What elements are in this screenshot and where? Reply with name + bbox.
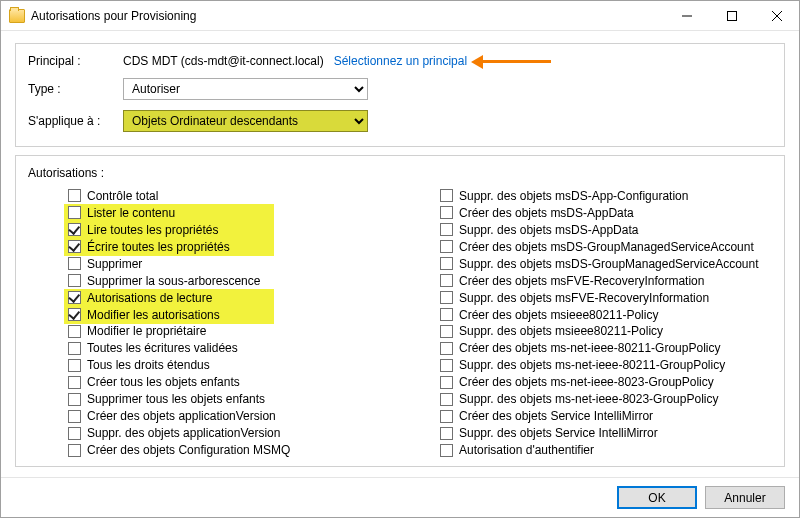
- permission-row: Supprimer: [68, 256, 400, 272]
- permission-row: Créer des objets applicationVersion: [68, 408, 400, 424]
- window-title: Autorisations pour Provisioning: [31, 9, 664, 23]
- principal-value: CDS MDT (cds-mdt@it-connect.local): [123, 54, 324, 68]
- permission-label: Créer des objets ms-net-ieee-80211-Group…: [459, 341, 720, 355]
- permission-checkbox[interactable]: [68, 376, 81, 389]
- permissions-panel: Autorisations : Contrôle totalLister le …: [15, 155, 785, 467]
- applies-to-select[interactable]: Objets Ordinateur descendants: [123, 110, 368, 132]
- ok-button[interactable]: OK: [617, 486, 697, 509]
- permission-row: Lire toutes les propriétés: [68, 222, 400, 238]
- permission-label: Autorisations de lecture: [87, 291, 212, 305]
- select-principal-link[interactable]: Sélectionnez un principal: [334, 54, 467, 68]
- cancel-button[interactable]: Annuler: [705, 486, 785, 509]
- permission-label: Suppr. des objets msDS-GroupManagedServi…: [459, 257, 759, 271]
- permission-row: Créer des objets msFVE-RecoveryInformati…: [440, 273, 772, 289]
- close-button[interactable]: [754, 1, 799, 30]
- permission-label: Lister le contenu: [87, 206, 175, 220]
- permission-row: Créer des objets msieee80211-Policy: [440, 307, 772, 323]
- permission-checkbox[interactable]: [68, 342, 81, 355]
- permission-row: Créer des objets ms-net-ieee-80211-Group…: [440, 340, 772, 356]
- permission-row: Contrôle total: [68, 188, 400, 204]
- permission-checkbox[interactable]: [68, 359, 81, 372]
- permission-row: Suppr. des objets msDS-GroupManagedServi…: [440, 256, 772, 272]
- permission-checkbox[interactable]: [68, 325, 81, 338]
- permission-row: Modifier le propriétaire: [68, 324, 400, 340]
- content-area: Principal : CDS MDT (cds-mdt@it-connect.…: [1, 31, 799, 477]
- permission-checkbox[interactable]: [68, 444, 81, 457]
- permission-row: Suppr. des objets msDS-AppData: [440, 222, 772, 238]
- permission-checkbox[interactable]: [68, 189, 81, 202]
- permission-checkbox[interactable]: [440, 240, 453, 253]
- permissions-columns: Contrôle totalLister le contenuLire tout…: [28, 188, 772, 458]
- permission-row: Suppr. des objets ms-net-ieee-8023-Group…: [440, 391, 772, 407]
- permission-row: Toutes les écritures validées: [68, 340, 400, 356]
- permission-checkbox[interactable]: [68, 257, 81, 270]
- principal-row: CDS MDT (cds-mdt@it-connect.local) Sélec…: [123, 54, 772, 68]
- permission-checkbox[interactable]: [68, 274, 81, 287]
- permission-checkbox[interactable]: [440, 257, 453, 270]
- permission-checkbox[interactable]: [440, 189, 453, 202]
- type-select[interactable]: Autoriser: [123, 78, 368, 100]
- permission-label: Suppr. des objets msFVE-RecoveryInformat…: [459, 291, 709, 305]
- permission-label: Créer des objets applicationVersion: [87, 409, 276, 423]
- permission-checkbox[interactable]: [68, 393, 81, 406]
- permission-label: Suppr. des objets applicationVersion: [87, 426, 280, 440]
- permission-row: Lister le contenu: [68, 205, 400, 221]
- permission-row: Supprimer la sous-arborescence: [68, 273, 400, 289]
- permission-row: Créer des objets msDS-AppData: [440, 205, 772, 221]
- permission-checkbox[interactable]: [68, 291, 81, 304]
- permission-checkbox[interactable]: [440, 206, 453, 219]
- permission-label: Créer des objets msDS-GroupManagedServic…: [459, 240, 754, 254]
- permission-checkbox[interactable]: [440, 325, 453, 338]
- permission-label: Suppr. des objets ms-net-ieee-80211-Grou…: [459, 358, 725, 372]
- permissions-col-left: Contrôle totalLister le contenuLire tout…: [28, 188, 400, 458]
- maximize-button[interactable]: [709, 1, 754, 30]
- permission-row: Tous les droits étendus: [68, 357, 400, 373]
- permission-checkbox[interactable]: [68, 223, 81, 236]
- folder-icon: [9, 9, 25, 23]
- permission-checkbox[interactable]: [68, 240, 81, 253]
- permission-row: Supprimer tous les objets enfants: [68, 391, 400, 407]
- permission-checkbox[interactable]: [440, 291, 453, 304]
- window-controls: [664, 1, 799, 30]
- permission-checkbox[interactable]: [440, 308, 453, 321]
- permission-checkbox[interactable]: [440, 376, 453, 389]
- permission-label: Contrôle total: [87, 189, 158, 203]
- permission-checkbox[interactable]: [440, 410, 453, 423]
- permission-checkbox[interactable]: [68, 206, 81, 219]
- permission-label: Suppr. des objets msDS-AppData: [459, 223, 638, 237]
- titlebar[interactable]: Autorisations pour Provisioning: [1, 1, 799, 31]
- permission-label: Créer des objets msFVE-RecoveryInformati…: [459, 274, 704, 288]
- permission-checkbox[interactable]: [440, 427, 453, 440]
- permission-checkbox[interactable]: [440, 223, 453, 236]
- permission-row: Écrire toutes les propriétés: [68, 239, 400, 255]
- permission-checkbox[interactable]: [440, 444, 453, 457]
- permission-label: Créer des objets Service IntelliMirror: [459, 409, 653, 423]
- permission-checkbox[interactable]: [440, 393, 453, 406]
- permission-row: Créer des objets Service IntelliMirror: [440, 408, 772, 424]
- permission-checkbox[interactable]: [440, 359, 453, 372]
- permission-label: Modifier le propriétaire: [87, 324, 206, 338]
- permission-row: Créer tous les objets enfants: [68, 374, 400, 390]
- permission-row: Suppr. des objets ms-net-ieee-80211-Grou…: [440, 357, 772, 373]
- permission-row: Suppr. des objets applicationVersion: [68, 425, 400, 441]
- permission-label: Modifier les autorisations: [87, 308, 220, 322]
- permission-checkbox[interactable]: [68, 410, 81, 423]
- permission-label: Autorisation d'authentifier: [459, 443, 594, 457]
- permission-row: Autorisations de lecture: [68, 290, 400, 306]
- permission-checkbox[interactable]: [68, 427, 81, 440]
- permission-label: Supprimer tous les objets enfants: [87, 392, 265, 406]
- minimize-button[interactable]: [664, 1, 709, 30]
- footer: OK Annuler: [1, 477, 799, 517]
- permission-checkbox[interactable]: [440, 274, 453, 287]
- permission-checkbox[interactable]: [440, 342, 453, 355]
- permission-label: Créer des objets msDS-AppData: [459, 206, 634, 220]
- permission-label: Suppr. des objets Service IntelliMirror: [459, 426, 658, 440]
- permission-row: Créer des objets Configuration MSMQ: [68, 442, 400, 458]
- permission-row: Suppr. des objets msFVE-RecoveryInformat…: [440, 290, 772, 306]
- annotation-arrow: [481, 60, 551, 63]
- permission-checkbox[interactable]: [68, 308, 81, 321]
- dialog-window: Autorisations pour Provisioning Principa…: [0, 0, 800, 518]
- permission-label: Supprimer: [87, 257, 142, 271]
- applies-label: S'applique à :: [28, 114, 123, 128]
- permissions-col-right: Suppr. des objets msDS-App-Configuration…: [440, 188, 772, 458]
